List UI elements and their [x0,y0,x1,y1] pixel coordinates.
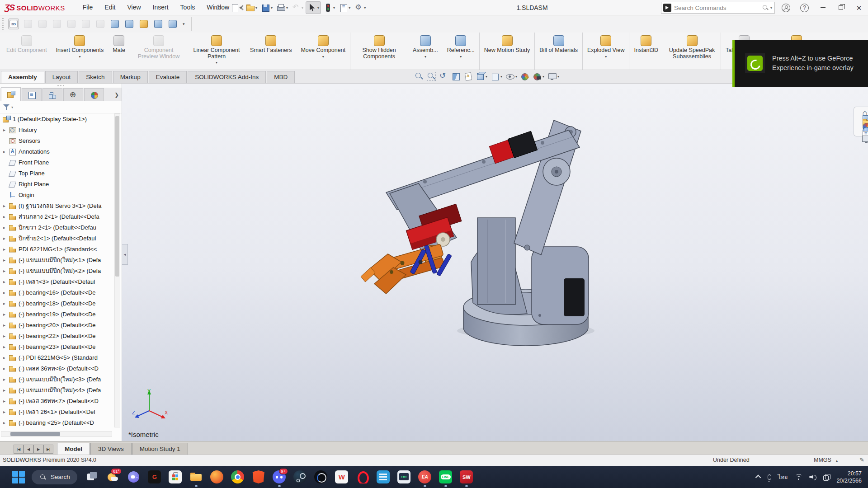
section-view[interactable]: ▾ [450,71,461,82]
dropdown-caret-icon[interactable]: ▾ [333,6,335,10]
dropdown-caret-icon[interactable]: ▾ [225,6,226,10]
menu-item[interactable]: Edit [99,0,121,15]
graphics-viewport[interactable]: Y X Z *Isometric ◂ [122,84,868,441]
tray-chevron-icon[interactable] [755,475,761,481]
dropdown-caret-icon[interactable]: ▾ [286,6,288,10]
dropdown-caret-icon[interactable]: ▾ [605,55,607,59]
dropdown-caret-icon[interactable]: ▾ [500,75,502,79]
options-button[interactable]: ▾ [353,2,367,14]
ribbon-tab[interactable]: Layout [45,71,78,83]
expand-arrow-icon[interactable]: ▸ [3,290,9,295]
tree-item[interactable]: ▸ (-) PDI 6221MG<5> (Standard [0,352,113,363]
discord[interactable]: 9+ [269,467,290,488]
view-orientation[interactable]: ▾ [475,71,488,82]
ribbon-tab[interactable]: Evaluate [149,71,187,83]
tree-item[interactable]: ▸ (-) แขนแบบมีปีก(ใหม่)<2> (Defa [0,265,113,276]
edit-appearance[interactable]: ▾ [519,71,530,82]
tree-vertical-scrollbar[interactable] [114,113,120,427]
previous-tab-button[interactable]: ◀ [24,445,33,454]
tree-item[interactable]: ▸ (-) bearing<20> (Default<<De [0,319,113,330]
filter-icon[interactable] [3,103,10,111]
tree-item[interactable]: ▸ Annotations [0,146,113,157]
expand-arrow-icon[interactable]: ▸ [3,127,9,132]
tree-root-item[interactable]: 1 (Default<Display State-1>) [0,113,113,124]
dynamic-annotation-views[interactable]: ▾ [462,71,473,82]
ribbon-tab[interactable]: Markup [113,71,148,83]
ribbon-button[interactable]: Mate ▾ [108,33,130,70]
wifi-icon[interactable] [794,474,802,480]
menu-item[interactable]: View [121,0,146,15]
rebuild-button[interactable]: ▾ [322,2,336,14]
ea[interactable]: EA [415,467,435,488]
undo-button[interactable]: ▾ [290,2,305,14]
tree-item[interactable]: ▸ Top Plane [0,168,113,178]
save-button[interactable]: ▾ [259,2,274,14]
menu-item[interactable]: Insert [147,0,175,15]
expand-arrow-icon[interactable]: ▸ [3,214,9,219]
print-button[interactable]: ▾ [275,2,289,14]
document-tab[interactable]: Motion Study 1 [132,443,188,455]
tree-horizontal-scrollbar[interactable] [1,431,112,437]
menu-item[interactable]: Tools [175,0,201,15]
ribbon-tab[interactable]: Assembly [1,71,44,83]
tree-item[interactable]: ▸ (-) เพลส 36ทท<6> (Default<<D [0,363,113,374]
expand-arrow-icon[interactable]: ▸ [3,247,9,252]
expand-arrow-icon[interactable]: ▸ [3,149,9,154]
close-button[interactable]: ✕ [850,0,868,15]
tool-5[interactable] [66,19,77,29]
dropdown-caret-icon[interactable]: ▾ [364,6,366,10]
scrollbar-thumb[interactable] [10,432,60,436]
tree-item[interactable]: ▸ ปีกขวา 2<1> (Default<<Defau [0,222,113,233]
dropdown-caret-icon[interactable]: ▾ [486,75,487,79]
view-settings[interactable]: ▾ [547,71,560,82]
expand-arrow-icon[interactable]: ▸ [3,301,9,306]
dropdown-caret-icon[interactable]: ▾ [515,75,517,79]
tree-item[interactable]: ▸ (-) bearing<19> (Default<<De [0,309,113,319]
dropdown-caret-icon[interactable]: ▾ [79,55,80,59]
featuremanager-tab[interactable] [1,87,21,101]
panel-expand-chevron-icon[interactable]: ❯ [114,92,119,98]
zoom-to-fit[interactable]: ▾ [414,71,425,82]
propertymanager-tab[interactable] [22,88,42,101]
tree-item[interactable]: ▸ History [0,124,113,135]
tool-3[interactable] [37,19,48,29]
expand-arrow-icon[interactable]: ▸ [3,279,9,284]
expand-arrow-icon[interactable]: ▸ [3,258,9,263]
expand-arrow-icon[interactable]: ▸ [3,355,9,360]
scrollbar-thumb[interactable] [115,116,119,277]
tree-item[interactable]: ▸ Front Plane [0,157,113,168]
dropdown-caret-icon[interactable]: ▾ [425,55,426,59]
apply-scene[interactable]: ▾ [532,71,545,82]
document-tab[interactable]: 3D Views [90,443,132,455]
dark-circle-app[interactable] [311,467,331,488]
displaymanager-tab[interactable] [84,88,104,101]
ribbon-button[interactable]: Insert Components ▾ [52,33,108,70]
ribbon-button[interactable]: Instant3D ▾ [629,33,663,70]
expand-arrow-icon[interactable]: ▸ [3,236,9,241]
tree-item[interactable]: ▸ ส่วนกลาง 2<1> (Default<<Defa [0,211,113,222]
tree-item[interactable]: ▸ Sensors [0,135,113,146]
expand-arrow-icon[interactable]: ▸ [3,388,9,393]
line[interactable]: LINE [435,467,456,488]
new-document-button[interactable]: ▾ [229,2,243,14]
search-icon[interactable] [762,5,769,11]
hide-show-items[interactable]: ▾ [505,71,518,82]
help-icon[interactable]: ? [800,4,809,12]
tree-item[interactable]: ▸ (-) bearing<23> (Default<<De [0,341,113,352]
search-dropdown-caret-icon[interactable]: ▾ [770,6,772,10]
garena[interactable]: G [144,467,165,488]
tree-item[interactable]: ▸ (-) เพลา 26<1> (Default<<Def [0,406,113,417]
microphone-icon[interactable] [768,474,771,480]
solidworks[interactable]: SW [456,467,477,488]
tree-item[interactable]: ▸ Origin [0,189,113,200]
next-tab-button[interactable]: ▶ [33,445,43,454]
expand-arrow-icon[interactable]: ▸ [3,366,9,371]
tool-7[interactable] [95,19,106,29]
brave[interactable] [248,467,269,488]
tool-10[interactable] [138,19,149,29]
task-view[interactable] [82,467,103,488]
dropdown-caret-icon[interactable]: ▾ [322,55,324,59]
ribbon-button[interactable]: New Motion Study ▾ [479,33,534,70]
clock[interactable]: 20:57 20/2/2566 [836,470,862,484]
opera[interactable] [352,467,373,488]
